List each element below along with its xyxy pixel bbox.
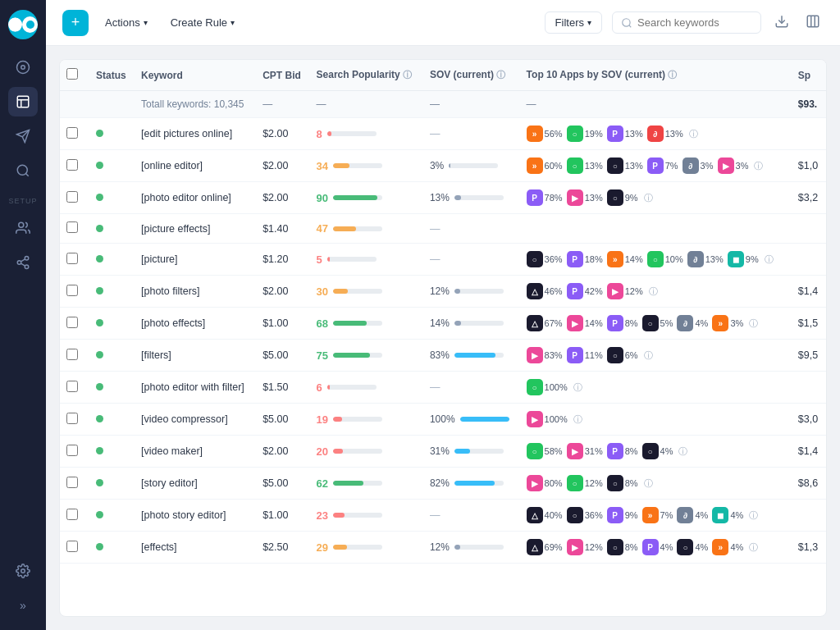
table-row: [photo editor online]$2.00 90 13% P 78% … [60, 182, 826, 214]
row-checkbox-3[interactable] [66, 221, 78, 233]
sov-cell: — [423, 214, 520, 244]
apps-row-info-icon[interactable]: ⓘ [573, 413, 582, 426]
sov-info-icon[interactable]: ⓘ [496, 70, 505, 80]
row-checkbox-6[interactable] [66, 317, 78, 328]
pop-bar [333, 481, 363, 486]
sov-bar [454, 481, 495, 486]
app-icon: ∂ [677, 507, 693, 523]
apps-cell [520, 214, 792, 244]
apps-row-info-icon[interactable]: ⓘ [749, 317, 758, 330]
actions-button[interactable]: Actions ▾ [98, 11, 154, 34]
apps-row-info-icon[interactable]: ⓘ [573, 381, 582, 394]
apps-cell: ○ 58% ▶ 31% P 8% ○ 4% ⓘ [520, 436, 792, 468]
apps-info-icon[interactable]: ⓘ [668, 70, 677, 80]
app-icon: » [712, 315, 728, 331]
sov-bar [454, 545, 460, 550]
sidebar-item-connect[interactable] [8, 248, 38, 277]
sidebar-item-search[interactable] [8, 156, 38, 185]
app-icon: P [607, 507, 623, 523]
app-badge: P 8% [607, 315, 638, 331]
app-badge: P 78% [527, 189, 563, 206]
settings-icon[interactable] [8, 556, 38, 586]
popularity-cell: 29 [310, 532, 423, 564]
apps-cell: P 78% ▶ 13% ○ 9% ⓘ [520, 182, 792, 214]
row-checkbox-10[interactable] [66, 445, 78, 456]
apps-cell: » 60% ○ 13% ○ 13% P 7% ∂ 3% ▶ 3% ⓘ [520, 150, 792, 182]
apps-row-info-icon[interactable]: ⓘ [644, 349, 653, 362]
keyword-cell: [photo story editor] [135, 500, 256, 532]
app-icon: ∂ [687, 251, 704, 267]
app-badge: ▶ 80% [527, 475, 563, 491]
filters-button[interactable]: Filters ▾ [545, 11, 602, 34]
apps-row-info-icon[interactable]: ⓘ [649, 285, 658, 298]
apps-row-info-icon[interactable]: ⓘ [765, 253, 774, 266]
pop-bar [333, 289, 348, 294]
status-dot [96, 383, 103, 390]
keyword-cell: [photo effects] [135, 308, 256, 340]
row-checkbox-2[interactable] [66, 191, 78, 203]
pop-bar-bg [333, 353, 382, 358]
search-box [612, 11, 761, 34]
pop-bar [333, 513, 345, 518]
sp-cell [792, 214, 826, 244]
download-button[interactable] [771, 11, 792, 35]
app-icon: △ [527, 315, 543, 331]
sidebar-item-send[interactable] [8, 121, 38, 151]
app-icon: ○ [527, 443, 543, 459]
row-checkbox-7[interactable] [66, 349, 78, 360]
app-icon: » [642, 507, 659, 523]
app-icon: ▶ [718, 158, 734, 174]
apps-row-info-icon[interactable]: ⓘ [644, 477, 653, 490]
app-icon: ○ [607, 189, 623, 206]
create-rule-chevron-icon: ▾ [231, 18, 235, 27]
pop-bar [333, 449, 343, 454]
app-badge: » 60% [527, 158, 563, 174]
row-checkbox-11[interactable] [66, 477, 78, 488]
row-checkbox-8[interactable] [66, 381, 78, 392]
app-icon: ◼ [728, 251, 744, 267]
sidebar-item-keywords[interactable] [8, 87, 38, 116]
sidebar-item-users[interactable] [8, 213, 38, 243]
apps-row-info-icon[interactable]: ⓘ [754, 160, 763, 172]
app-logo[interactable] [8, 10, 38, 39]
row-checkbox-9[interactable] [66, 413, 78, 424]
app-icon: ○ [567, 507, 583, 523]
pop-bar [333, 195, 377, 200]
sov-bar [454, 449, 470, 454]
columns-button[interactable] [802, 11, 824, 35]
app-badge: » 3% [712, 315, 743, 331]
expand-icon[interactable]: » [8, 591, 38, 620]
row-checkbox-0[interactable] [66, 127, 78, 139]
search-input[interactable] [637, 16, 752, 29]
sov-bar [454, 321, 461, 326]
sidebar-item-dashboard[interactable] [8, 52, 38, 82]
apps-row-info-icon[interactable]: ⓘ [689, 128, 698, 140]
create-rule-button[interactable]: Create Rule ▾ [164, 11, 241, 34]
apps-row-info-icon[interactable]: ⓘ [678, 445, 687, 458]
apps-row-info-icon[interactable]: ⓘ [644, 192, 653, 204]
apps-cell: ○ 36% P 18% » 14% ○ 10% ∂ 13% ◼ 9% ⓘ [520, 244, 792, 276]
bid-cell: $5.00 [256, 404, 309, 436]
sov-cell: 100% [423, 404, 520, 436]
keywords-table-container: Status Keyword CPT Bid Search Popularity… [59, 59, 827, 617]
svg-point-0 [17, 62, 30, 74]
apps-row-info-icon[interactable]: ⓘ [749, 509, 758, 522]
keyword-cell: [photo editor online] [135, 182, 256, 214]
apps-cell: △ 67% ▶ 14% P 8% ○ 5% ∂ 4% » 3% ⓘ [520, 308, 792, 340]
table-row: [photo story editor]$1.00 23 — △ 40% ○ 3… [60, 500, 826, 532]
apps-row-info-icon[interactable]: ⓘ [749, 541, 758, 554]
add-button[interactable]: + [62, 10, 89, 36]
keyword-cell: [story editor] [135, 468, 256, 500]
popularity-info-icon[interactable]: ⓘ [403, 70, 412, 80]
row-checkbox-1[interactable] [66, 159, 78, 171]
row-checkbox-5[interactable] [66, 285, 78, 296]
apps-cell: ▶ 83% P 11% ○ 6% ⓘ [520, 340, 792, 372]
row-checkbox-12[interactable] [66, 509, 78, 520]
pop-bar [333, 353, 370, 358]
total-bid: — [256, 91, 309, 118]
app-badge: ▶ 100% [527, 411, 568, 427]
row-checkbox-13[interactable] [66, 541, 78, 552]
status-dot [96, 319, 103, 326]
row-checkbox-4[interactable] [66, 253, 78, 264]
select-all-checkbox[interactable] [66, 68, 78, 80]
